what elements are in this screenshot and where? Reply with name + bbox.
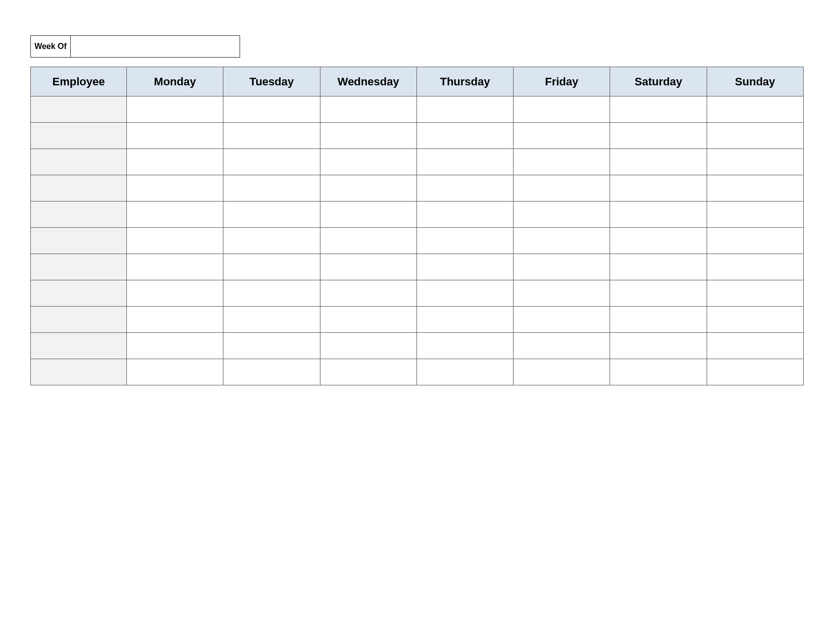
employee-cell[interactable] [31, 359, 127, 385]
employee-cell[interactable] [31, 280, 127, 307]
employee-cell[interactable] [31, 333, 127, 359]
day-cell[interactable] [320, 307, 416, 333]
day-cell[interactable] [127, 149, 223, 175]
day-cell[interactable] [223, 254, 320, 280]
day-cell[interactable] [514, 359, 610, 385]
day-cell[interactable] [514, 307, 610, 333]
day-cell[interactable] [514, 254, 610, 280]
day-cell[interactable] [610, 254, 707, 280]
day-cell[interactable] [514, 202, 610, 228]
day-cell[interactable] [416, 123, 513, 149]
employee-cell[interactable] [31, 202, 127, 228]
employee-cell[interactable] [31, 175, 127, 202]
day-cell[interactable] [514, 280, 610, 307]
day-cell[interactable] [610, 175, 707, 202]
day-cell[interactable] [223, 96, 320, 123]
day-cell[interactable] [610, 333, 707, 359]
day-cell[interactable] [223, 280, 320, 307]
employee-cell[interactable] [31, 307, 127, 333]
day-cell[interactable] [610, 359, 707, 385]
day-cell[interactable] [320, 359, 416, 385]
header-thursday: Thursday [416, 67, 513, 96]
day-cell[interactable] [127, 96, 223, 123]
day-cell[interactable] [707, 175, 803, 202]
table-row [31, 307, 804, 333]
day-cell[interactable] [707, 280, 803, 307]
employee-cell[interactable] [31, 149, 127, 175]
day-cell[interactable] [320, 175, 416, 202]
day-cell[interactable] [320, 228, 416, 254]
day-cell[interactable] [127, 123, 223, 149]
day-cell[interactable] [707, 333, 803, 359]
day-cell[interactable] [127, 280, 223, 307]
day-cell[interactable] [127, 333, 223, 359]
day-cell[interactable] [416, 175, 513, 202]
employee-cell[interactable] [31, 123, 127, 149]
week-of-field[interactable] [71, 35, 240, 58]
day-cell[interactable] [610, 123, 707, 149]
day-cell[interactable] [610, 202, 707, 228]
day-cell[interactable] [416, 280, 513, 307]
day-cell[interactable] [416, 202, 513, 228]
day-cell[interactable] [416, 228, 513, 254]
day-cell[interactable] [320, 96, 416, 123]
day-cell[interactable] [127, 202, 223, 228]
day-cell[interactable] [707, 307, 803, 333]
schedule-table: Employee Monday Tuesday Wednesday Thursd… [30, 67, 804, 385]
day-cell[interactable] [223, 202, 320, 228]
day-cell[interactable] [514, 96, 610, 123]
day-cell[interactable] [223, 149, 320, 175]
day-cell[interactable] [416, 254, 513, 280]
day-cell[interactable] [320, 149, 416, 175]
day-cell[interactable] [514, 333, 610, 359]
day-cell[interactable] [127, 175, 223, 202]
day-cell[interactable] [416, 333, 513, 359]
week-of-container: Week Of [30, 35, 240, 58]
day-cell[interactable] [707, 228, 803, 254]
table-row [31, 333, 804, 359]
day-cell[interactable] [223, 228, 320, 254]
table-row [31, 202, 804, 228]
table-row [31, 149, 804, 175]
day-cell[interactable] [223, 123, 320, 149]
day-cell[interactable] [610, 307, 707, 333]
day-cell[interactable] [320, 280, 416, 307]
day-cell[interactable] [416, 96, 513, 123]
day-cell[interactable] [707, 359, 803, 385]
week-of-label: Week Of [30, 35, 71, 58]
day-cell[interactable] [514, 149, 610, 175]
day-cell[interactable] [127, 307, 223, 333]
day-cell[interactable] [127, 228, 223, 254]
day-cell[interactable] [416, 149, 513, 175]
day-cell[interactable] [514, 123, 610, 149]
header-wednesday: Wednesday [320, 67, 416, 96]
day-cell[interactable] [610, 96, 707, 123]
day-cell[interactable] [707, 96, 803, 123]
day-cell[interactable] [610, 280, 707, 307]
employee-cell[interactable] [31, 254, 127, 280]
day-cell[interactable] [320, 123, 416, 149]
day-cell[interactable] [223, 359, 320, 385]
day-cell[interactable] [416, 307, 513, 333]
day-cell[interactable] [320, 333, 416, 359]
day-cell[interactable] [223, 175, 320, 202]
day-cell[interactable] [707, 202, 803, 228]
employee-cell[interactable] [31, 96, 127, 123]
day-cell[interactable] [610, 228, 707, 254]
day-cell[interactable] [707, 149, 803, 175]
day-cell[interactable] [707, 254, 803, 280]
employee-cell[interactable] [31, 228, 127, 254]
table-row [31, 96, 804, 123]
day-cell[interactable] [416, 359, 513, 385]
header-monday: Monday [127, 67, 223, 96]
day-cell[interactable] [320, 202, 416, 228]
day-cell[interactable] [610, 149, 707, 175]
day-cell[interactable] [514, 228, 610, 254]
day-cell[interactable] [320, 254, 416, 280]
day-cell[interactable] [514, 175, 610, 202]
day-cell[interactable] [127, 254, 223, 280]
day-cell[interactable] [223, 307, 320, 333]
day-cell[interactable] [127, 359, 223, 385]
day-cell[interactable] [707, 123, 803, 149]
day-cell[interactable] [223, 333, 320, 359]
